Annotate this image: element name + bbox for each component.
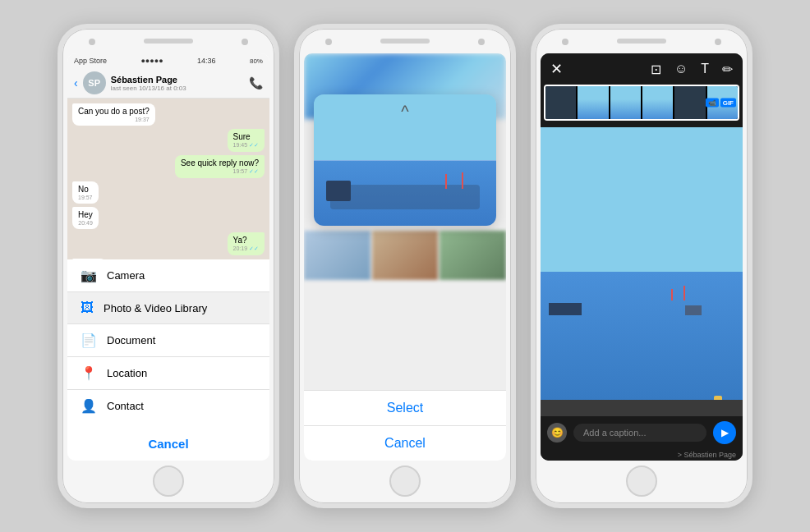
msg-time: 19:57 ✓✓ [181, 168, 259, 175]
boat-shape [326, 181, 351, 201]
action-photo-library[interactable]: 🖼 Photo & Video Library [67, 292, 269, 324]
strip-thumb [642, 86, 673, 119]
strip-thumb [545, 86, 576, 119]
home-button[interactable] [153, 466, 184, 497]
bottom-img-3 [440, 231, 506, 280]
bottom-img-2 [372, 231, 439, 280]
action-document[interactable]: 📄 Document [67, 324, 269, 357]
film-strip-container: 📹 GIF [541, 85, 743, 121]
time-label: 14:36 [197, 57, 216, 65]
msg-time: 20:49 [78, 220, 93, 226]
location-icon: 📍 [81, 365, 97, 381]
crop-icon[interactable]: ⊡ [651, 62, 661, 77]
phone-1-screen: App Store ●●●●● 14:36 80% ‹ SP Sébastien… [67, 53, 269, 461]
signal-dots: ●●●●● [140, 57, 163, 65]
draw-icon[interactable]: ✏ [722, 62, 733, 77]
battery-label: 80% [250, 57, 263, 65]
phone-camera-left-3 [562, 39, 568, 45]
carrier-label: App Store [74, 57, 107, 65]
send-button[interactable]: ▶ [713, 421, 736, 444]
cancel-button[interactable]: Cancel [67, 427, 269, 461]
phone-2: ^ [294, 24, 516, 508]
document-icon: 📄 [81, 332, 97, 348]
building-shape [549, 303, 582, 315]
action-document-label: Document [107, 334, 155, 346]
camera-icon: 📷 [81, 268, 97, 283]
cancel-button[interactable]: Cancel [304, 425, 506, 461]
editor-tools: ⊡ ☺ T ✏ [651, 62, 733, 77]
msg-bubble: Sure 19:45 ✓✓ [228, 129, 265, 152]
gif-badge: GIF [720, 99, 736, 108]
phone-1: App Store ●●●●● 14:36 80% ‹ SP Sébastien… [58, 24, 279, 508]
phone-3: ✕ ⊡ ☺ T ✏ [531, 24, 752, 508]
editor-main-photo [541, 127, 743, 416]
action-sheet: 📷 Camera 🖼 Photo & Video Library 📄 Docum… [67, 259, 269, 422]
photo-library-icon: 🖼 [81, 300, 94, 315]
dock-shape [541, 400, 743, 416]
pole-1 [462, 172, 463, 189]
msg-text: No [78, 185, 89, 194]
red-pole-1 [683, 286, 685, 300]
strip-thumb [578, 86, 608, 119]
action-location-label: Location [107, 367, 147, 379]
pole-2 [445, 174, 447, 189]
msg-bubble: See quick reply now? 19:57 ✓✓ [175, 155, 265, 178]
strip-thumb [674, 86, 705, 119]
back-button[interactable]: ‹ [74, 76, 78, 89]
action-contact[interactable]: 👤 Contact [67, 390, 269, 422]
home-button-3[interactable] [626, 466, 657, 497]
action-photo-label: Photo & Video Library [104, 302, 207, 314]
action-contact-label: Contact [107, 400, 144, 412]
red-pole-2 [671, 289, 673, 300]
msg-bubble: No 19:57 [72, 181, 99, 204]
contact-name: Sébastien Page [111, 75, 244, 85]
msg-time: 20:19 ✓✓ [233, 245, 259, 252]
bottom-img-1 [304, 231, 370, 280]
photo-actions: Select Cancel [304, 390, 506, 461]
media-badges: 📹 GIF [706, 99, 736, 108]
bottom-blurred-images [304, 231, 506, 280]
phone-3-screen: ✕ ⊡ ☺ T ✏ [541, 53, 743, 461]
call-icon[interactable]: 📞 [249, 76, 263, 89]
phone-camera-right [242, 39, 248, 45]
msg-time: 19:37 [78, 117, 150, 122]
chat-header: ‹ SP Sébastien Page last seen 10/13/16 a… [67, 68, 269, 99]
avatar: SP [83, 71, 106, 94]
emoji-icon[interactable]: ☺ [674, 62, 688, 76]
action-camera[interactable]: 📷 Camera [67, 259, 269, 292]
msg-time: 19:45 ✓✓ [233, 142, 259, 149]
msg-text: Ya? [233, 236, 247, 245]
close-icon[interactable]: ✕ [550, 60, 563, 78]
sky-bg [541, 127, 743, 416]
phone-2-screen: ^ [304, 53, 506, 461]
msg-text: Sure [233, 132, 251, 141]
phone-camera-right-2 [478, 39, 485, 45]
status-bar: App Store ●●●●● 14:36 80% [67, 53, 269, 68]
horizon-line [314, 160, 496, 161]
msg-text: Hey [78, 210, 93, 219]
recipient-label: > Sébastien Page [541, 449, 743, 461]
spacer [304, 280, 506, 390]
phone-camera-right-3 [715, 39, 721, 45]
chat-area: Can you do a post? 19:37 Sure 19:45 ✓✓ S… [67, 99, 269, 259]
emoji-button[interactable]: 😊 [547, 423, 567, 443]
strip-thumb [610, 86, 641, 119]
text-icon[interactable]: T [701, 62, 709, 76]
phone-camera-left [89, 39, 95, 45]
phone-camera-left-2 [325, 39, 332, 45]
msg-bubble: Works 20:30 [72, 259, 107, 259]
msg-time: 19:57 [78, 195, 93, 200]
action-location[interactable]: 📍 Location [67, 357, 269, 390]
editor-top-bar: ✕ ⊡ ☺ T ✏ [541, 53, 743, 85]
select-button[interactable]: Select [304, 390, 506, 425]
msg-bubble: Hey 20:49 [72, 207, 99, 229]
caption-input[interactable]: Add a caption... [573, 424, 706, 442]
contact-info: Sébastien Page last seen 10/13/16 at 0:0… [111, 75, 244, 92]
video-badge: 📹 [706, 99, 719, 108]
home-button-2[interactable] [389, 466, 421, 497]
chevron-up-icon: ^ [401, 103, 408, 122]
contact-status: last seen 10/13/16 at 0:03 [111, 85, 244, 92]
msg-bubble: Ya? 20:19 ✓✓ [228, 232, 265, 255]
msg-bubble: Can you do a post? 19:37 [72, 103, 155, 126]
action-camera-label: Camera [107, 269, 145, 282]
